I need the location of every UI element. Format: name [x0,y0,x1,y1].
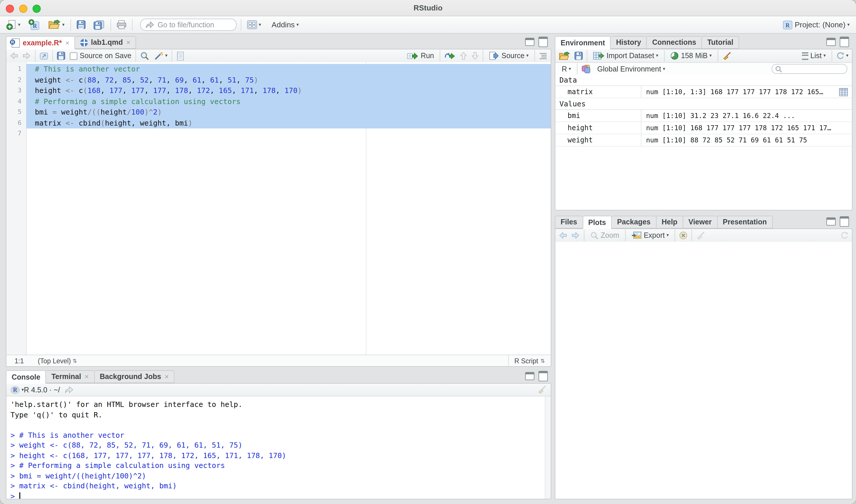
zoom-plot-button[interactable]: Zoom [588,230,621,241]
close-icon[interactable]: × [126,38,130,47]
tab-label: Tutorial [707,38,733,47]
save-all-button[interactable] [92,19,106,31]
console-prompt[interactable]: > [11,491,551,499]
next-plot-icon[interactable] [572,232,580,239]
object-value: num [1:10] 168 177 177 177 178 172 165 1… [641,124,852,132]
source-on-save-checkbox[interactable] [70,52,77,59]
refresh-icon[interactable] [836,52,844,60]
console-line-6: > height <- c(168, 177, 177, 177, 178, 1… [11,450,551,461]
workspace-panes-button[interactable]: ▾ [245,19,263,30]
rerun-icon[interactable] [445,52,456,59]
console-output[interactable]: 'help.start()' for an HTML browser inter… [6,396,551,499]
run-button[interactable]: Run [406,51,436,61]
export-plot-label: Export [644,231,665,239]
console-scrollbar[interactable] [545,396,551,499]
code-tools-icon[interactable] [154,51,163,60]
new-file-button[interactable]: ▾ [5,18,22,31]
save-icon [77,20,86,29]
environment-search-input[interactable] [772,64,847,74]
load-workspace-icon[interactable] [559,51,570,60]
object-value: num [1:10] 31.2 23 27.1 16.6 22.4 ... [641,112,852,120]
console-line-1: 'help.start()' for an HTML browser inter… [11,399,551,410]
go-next-section-icon[interactable] [472,52,479,60]
open-file-button[interactable]: ▾ [47,19,66,31]
plots-tab-files[interactable]: Files [555,216,583,229]
code-text [26,128,551,139]
editor-line-1[interactable]: 1# This is another vector [6,64,551,75]
tab-label: Connections [652,38,696,47]
source-tab-lab1-qmd[interactable]: lab1.qmd× [75,36,136,49]
document-outline-icon[interactable] [539,52,547,59]
project-caret-icon: ▾ [847,22,850,27]
console-tab-background-jobs[interactable]: Background Jobs× [94,370,175,383]
environment-scope-selector[interactable]: Global Environment ▾ [595,64,667,74]
env-row-bmi[interactable]: bminum [1:10] 31.2 23 27.1 16.6 22.4 ... [555,110,852,122]
import-dataset-label: Import Dataset [607,52,654,60]
editor-line-6[interactable]: 6matrix <- cbind(height, weight, bmi) [6,118,551,128]
plots-tab-presentation[interactable]: Presentation [717,216,772,229]
quarto-icon [81,39,88,46]
close-icon[interactable]: × [85,373,89,381]
save-source-icon[interactable] [57,52,65,60]
console-tab-terminal[interactable]: Terminal× [46,370,94,383]
environment-tab-history[interactable]: History [611,36,646,49]
go-previous-section-icon[interactable] [460,52,467,60]
goto-file-input[interactable]: Go to file/function [140,19,237,31]
list-view-icon [802,52,808,59]
scope-selector[interactable]: (Top Level)⇅ [38,357,77,364]
addins-button[interactable]: Addins ▾ [268,19,301,30]
console-tab-console[interactable]: Console [6,370,46,384]
source-button[interactable]: Source ▾ [487,51,530,61]
runtime-selector[interactable]: R ▾ [560,64,573,74]
print-button[interactable] [115,19,128,30]
import-dataset-button[interactable]: Import Dataset ▾ [591,51,660,61]
clear-console-icon[interactable] [537,385,547,394]
remove-plot-icon[interactable] [679,231,688,239]
editor-line-7[interactable]: 7 [6,128,551,139]
editor-line-3[interactable]: 3height <- c(168, 177, 177, 177, 178, 17… [6,86,551,96]
close-icon[interactable]: × [66,39,70,47]
new-project-button[interactable]: R [27,18,42,31]
forward-icon[interactable] [23,52,31,59]
project-menu-button[interactable]: R Project: (None) ▾ [781,19,851,31]
editor-line-2[interactable]: 2weight <- c(88, 72, 85, 52, 71, 69, 61,… [6,75,551,86]
close-icon[interactable]: × [164,373,168,381]
plots-tab-plots[interactable]: Plots [583,216,612,229]
view-table-icon[interactable] [839,88,848,96]
r-version-caret-icon[interactable]: ▾ [21,388,24,392]
editor-line-4[interactable]: 4# Performing a simple calculation using… [6,96,551,107]
code-editor[interactable]: 1# This is another vector2weight <- c(88… [6,62,551,355]
print-icon [117,20,126,29]
clear-environment-icon[interactable] [722,51,732,60]
editor-line-5[interactable]: 5bmi = weight/((height/100)^2) [6,107,551,118]
environment-tab-tutorial[interactable]: Tutorial [701,36,739,49]
previous-plot-icon[interactable] [559,232,567,239]
line-number: 3 [6,86,26,96]
save-button[interactable] [75,19,87,30]
plots-tab-packages[interactable]: Packages [612,216,656,229]
environment-tab-connections[interactable]: Connections [646,36,701,49]
env-row-height[interactable]: heightnum [1:10] 168 177 177 177 178 172… [555,122,852,134]
find-replace-icon[interactable] [140,51,149,60]
runtime-caret-icon: ▾ [569,67,571,71]
source-tab-example-r-[interactable]: example.R*× [6,36,75,49]
console-line-7: > # Performing a simple calculation usin… [11,461,551,471]
save-workspace-icon[interactable] [574,52,583,60]
file-type-selector[interactable]: R Script⇅ [508,355,551,366]
memory-usage-button[interactable]: 158 MiB ▾ [669,51,714,61]
plots-tab-viewer[interactable]: Viewer [683,216,717,229]
line-number: 4 [6,96,26,107]
env-row-matrix[interactable]: matrixnum [1:10, 1:3] 168 177 177 177 17… [555,86,852,98]
plots-tabstrip: FilesPlotsPackagesHelpViewerPresentation [555,215,853,229]
export-plot-button[interactable]: Export ▾ [630,230,671,241]
compile-report-icon[interactable] [176,51,184,60]
goto-directory-icon[interactable] [65,386,73,394]
clear-plots-icon[interactable] [696,231,706,240]
environment-tab-environment[interactable]: Environment [555,36,611,49]
env-row-weight[interactable]: weightnum [1:10] 88 72 85 52 71 69 61 61… [555,134,852,146]
popout-window-icon[interactable] [39,52,48,59]
back-icon[interactable] [10,52,18,59]
plots-tab-help[interactable]: Help [656,216,683,229]
refresh-plot-icon[interactable] [840,231,849,239]
list-view-button[interactable]: List ▾ [800,51,827,61]
